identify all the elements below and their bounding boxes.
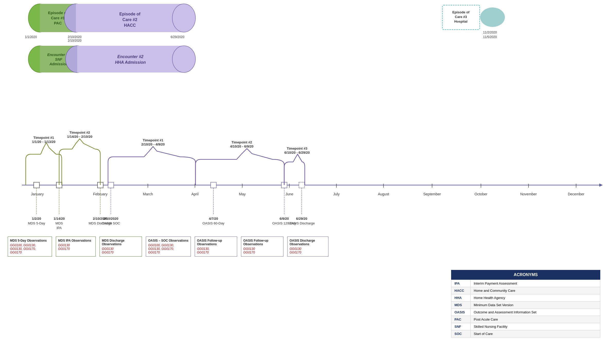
svg-text:Episode of: Episode of <box>119 12 140 16</box>
svg-text:Timepoint #3: Timepoint #3 <box>287 147 307 150</box>
svg-text:OASIS Discharge: OASIS Discharge <box>289 221 315 225</box>
table-row: PAC Post Acute Care <box>451 316 600 323</box>
svg-text:June: June <box>285 192 293 196</box>
abbr-oasis: OASIS <box>451 309 471 316</box>
svg-text:MDS 5-Day: MDS 5-Day <box>28 221 45 225</box>
obs-codes-7: GG0130GG0170 <box>290 247 326 254</box>
obs-title-3: MDS Discharge Observations <box>102 239 140 246</box>
full-soc: Start of Care <box>471 330 600 338</box>
obs-codes-5: GG0130,GG0170 <box>197 247 235 254</box>
abbr-hha: HHA <box>451 294 471 302</box>
obs-title-7: OASIS Discharge Observations <box>290 239 326 246</box>
obs-codes-2: GG0130GG0170 <box>58 243 93 251</box>
svg-text:MDS: MDS <box>56 221 63 225</box>
abbr-pac: PAC <box>451 316 471 323</box>
obs-codes-6: GG0130GG0170 <box>243 247 281 254</box>
svg-text:2/10/2020: 2/10/2020 <box>103 217 118 221</box>
svg-point-31 <box>480 7 505 27</box>
svg-text:September: September <box>423 192 441 196</box>
svg-point-8 <box>172 4 195 32</box>
abbr-soc: SOC <box>451 330 471 338</box>
svg-text:July: July <box>333 192 340 196</box>
svg-text:November: November <box>520 192 537 196</box>
svg-rect-60 <box>34 182 39 188</box>
full-snf: Skilled Nursing Facility <box>471 323 600 330</box>
table-row: SOC Start of Care <box>451 330 600 338</box>
svg-text:OASIS SOC: OASIS SOC <box>102 221 120 225</box>
svg-text:11/2/2020: 11/2/2020 <box>483 31 497 34</box>
abbr-hacc: HACC <box>451 287 471 294</box>
obs-title-6: OASIS Follow-up Observations <box>243 239 281 246</box>
svg-rect-66 <box>299 182 305 188</box>
svg-text:6/29/2020: 6/29/2020 <box>171 35 184 39</box>
obs-title-2: MDS IPA Observations <box>58 239 93 242</box>
svg-text:October: October <box>475 192 487 196</box>
acronyms-table: IPA Interim Payment Assessment HACC Home… <box>451 280 600 338</box>
svg-rect-64 <box>211 182 216 188</box>
obs-box-oasis-fu2: OASIS Follow-up Observations GG0130GG017… <box>241 236 283 257</box>
svg-rect-23 <box>77 46 184 72</box>
svg-text:April: April <box>191 192 199 196</box>
svg-point-24 <box>172 46 195 72</box>
obs-codes-3: GG0130GG0170 <box>102 247 140 254</box>
svg-text:Timepoint #2: Timepoint #2 <box>231 140 252 144</box>
svg-text:OASIS 60-Day: OASIS 60-Day <box>202 221 225 225</box>
svg-text:6/29/20: 6/29/20 <box>296 217 307 221</box>
obs-title-4: OASIS – SOC Observations <box>148 239 189 242</box>
full-hacc: Home and Community Care <box>471 287 600 294</box>
svg-text:December: December <box>568 192 585 196</box>
svg-text:Admission: Admission <box>49 62 68 66</box>
main-container: Episode of Care #1 PAC Episode of Care #… <box>0 0 608 364</box>
obs-box-oasis-discharge: OASIS Discharge Observations GG0130GG017… <box>287 236 328 257</box>
svg-text:6/10/20 - 6/29/20: 6/10/20 - 6/29/20 <box>284 151 310 154</box>
svg-text:1/1/20 - 1/13/20: 1/1/20 - 1/13/20 <box>32 140 55 144</box>
svg-text:Timepoint #1: Timepoint #1 <box>33 136 54 140</box>
obs-box-mdsipa: MDS IPA Observations GG0130GG0170 <box>56 236 96 257</box>
svg-text:2/10/20 - 4/9/20: 2/10/20 - 4/9/20 <box>141 142 165 146</box>
svg-text:August: August <box>378 192 389 196</box>
svg-text:March: March <box>143 192 153 196</box>
obs-boxes-container: MDS 5-Day Observations GG0100, GG0130,GG… <box>8 236 328 257</box>
table-row: IPA Interim Payment Assessment <box>451 280 600 287</box>
svg-text:1/1/2020: 1/1/2020 <box>25 35 37 39</box>
abbr-ipa: IPA <box>451 280 471 287</box>
full-hha: Home Health Agency <box>471 294 600 302</box>
svg-text:Encounter #2: Encounter #2 <box>117 54 143 59</box>
svg-text:January: January <box>31 192 44 196</box>
svg-text:Care #3: Care #3 <box>455 15 467 19</box>
svg-text:Hospital: Hospital <box>454 20 467 23</box>
svg-text:Care #1: Care #1 <box>51 16 65 20</box>
svg-text:SNF: SNF <box>55 57 62 61</box>
svg-text:2/10/2020: 2/10/2020 <box>68 35 82 39</box>
svg-text:1/14/20 - 2/10/20: 1/14/20 - 2/10/20 <box>67 135 92 139</box>
acronyms-title: ACRONYMS <box>451 270 600 280</box>
full-oasis: Outcome and Assessment Information Set <box>471 309 600 316</box>
full-mds: Minimum Data Set Version <box>471 302 600 309</box>
svg-text:1/14/20: 1/14/20 <box>53 217 65 221</box>
abbr-snf: SNF <box>451 323 471 330</box>
obs-title-5: OASIS Follow-up Observations <box>197 239 235 246</box>
obs-box-mdsdischarge: MDS Discharge Observations GG0130GG0170 <box>100 236 142 257</box>
table-row: SNF Skilled Nursing Facility <box>451 323 600 330</box>
svg-text:1/2/20: 1/2/20 <box>32 217 41 221</box>
abbr-mds: MDS <box>451 302 471 309</box>
obs-box-oasis-soc: OASIS – SOC Observations GG0100, GG0130,… <box>146 236 191 257</box>
svg-text:Care #2: Care #2 <box>122 17 137 22</box>
svg-text:6/9/20: 6/9/20 <box>280 217 289 221</box>
svg-text:4/10/20 - 6/9/20: 4/10/20 - 6/9/20 <box>230 144 253 148</box>
svg-text:11/5/2020: 11/5/2020 <box>483 35 497 39</box>
svg-text:Timepoint #1: Timepoint #1 <box>143 138 163 142</box>
svg-text:IPA: IPA <box>57 226 62 230</box>
svg-text:PAC: PAC <box>54 21 62 25</box>
svg-text:Episode of: Episode of <box>452 10 470 14</box>
obs-codes-4: GG0100, GG0130,GG0130, GG0170,GG0170 <box>148 243 189 254</box>
obs-box-oasis-fu1: OASIS Follow-up Observations GG0130,GG01… <box>195 236 237 257</box>
table-row: HACC Home and Community Care <box>451 287 600 294</box>
full-pac: Post Acute Care <box>471 316 600 323</box>
svg-marker-35 <box>599 184 603 187</box>
table-row: HHA Home Health Agency <box>451 294 600 302</box>
obs-title-1: MDS 5-Day Observations <box>10 239 50 242</box>
svg-text:4/7/20: 4/7/20 <box>209 217 218 221</box>
svg-text:HHA Admission: HHA Admission <box>115 60 146 65</box>
svg-text:May: May <box>239 192 246 196</box>
